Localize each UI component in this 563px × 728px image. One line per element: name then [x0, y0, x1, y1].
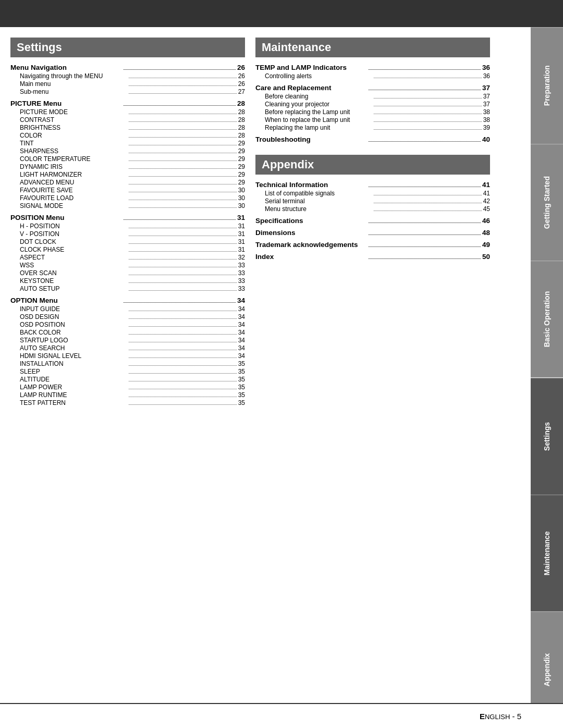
- toc-entry: Replacing the lamp unit39: [255, 124, 490, 131]
- toc-page: 26: [237, 64, 245, 71]
- dot-leader: [369, 84, 480, 90]
- dot-leader: [129, 254, 236, 260]
- toc-entry: DYNAMIC IRIS29: [10, 163, 245, 170]
- toc-title: ADVANCED MENU: [20, 179, 127, 186]
- dot-leader: [129, 108, 236, 114]
- main-content: Settings Menu Navigation26Navigating thr…: [0, 27, 500, 417]
- toc-entry: Technical Information41: [255, 181, 490, 189]
- dot-leader: [369, 241, 480, 247]
- dot-leader: [129, 246, 236, 252]
- appendix-toc: Technical Information41List of compatibl…: [255, 181, 490, 261]
- dot-leader: [129, 202, 236, 208]
- toc-page: 31: [238, 238, 245, 245]
- dot-leader: [129, 391, 236, 397]
- dot-leader: [129, 329, 236, 335]
- toc-title: COLOR: [20, 132, 127, 139]
- toc-entry: When to replace the Lamp unit38: [255, 116, 490, 124]
- toc-title: STARTUP LOGO: [20, 337, 127, 344]
- toc-page: 30: [238, 187, 245, 194]
- toc-title: OSD POSITION: [20, 321, 127, 328]
- toc-page: 29: [238, 140, 245, 147]
- dot-leader: [129, 230, 236, 236]
- toc-entry: Trademark acknowledgements49: [255, 241, 490, 249]
- toc-page: 37: [482, 84, 490, 92]
- dot-leader: [129, 277, 236, 283]
- dot-leader: [129, 352, 236, 358]
- toc-title: Serial terminal: [265, 198, 372, 205]
- toc-page: 29: [238, 155, 245, 163]
- maintenance-header: Maintenance: [255, 38, 490, 57]
- dot-leader: [369, 181, 480, 187]
- dot-leader: [129, 344, 236, 350]
- dot-leader: [129, 384, 236, 389]
- toc-page: 26: [238, 72, 245, 80]
- toc-entry: LAMP POWER35: [10, 384, 245, 391]
- toc-entry: OSD POSITION34: [10, 321, 245, 328]
- toc-title: Before replacing the Lamp unit: [265, 108, 372, 116]
- toc-title: Trademark acknowledgements: [255, 241, 367, 249]
- dot-leader: [124, 297, 235, 303]
- toc-page: 28: [238, 108, 245, 116]
- dot-leader: [369, 253, 480, 259]
- toc-entry: OPTION Menu34: [10, 297, 245, 304]
- toc-entry: CONTRAST28: [10, 116, 245, 124]
- toc-title: COLOR TEMPERATURE: [20, 155, 127, 163]
- dot-leader: [129, 399, 236, 405]
- dot-leader: [129, 238, 236, 244]
- toc-entry: ASPECT32: [10, 254, 245, 261]
- toc-title: Troubleshooting: [255, 135, 367, 143]
- toc-title: PICTURE MODE: [20, 108, 127, 116]
- toc-entry: LAMP RUNTIME35: [10, 391, 245, 399]
- toc-title: AUTO SETUP: [20, 285, 127, 292]
- toc-page: 33: [238, 285, 245, 292]
- dot-leader: [374, 101, 481, 106]
- toc-title: Navigating through the MENU: [20, 72, 127, 80]
- toc-title: INSTALLATION: [20, 360, 127, 367]
- toc-title: Replacing the lamp unit: [265, 124, 372, 131]
- toc-title: Care and Replacement: [255, 84, 367, 92]
- toc-title: OVER SCAN: [20, 269, 127, 277]
- dot-leader: [374, 116, 481, 122]
- toc-page: 39: [483, 124, 490, 131]
- dot-leader: [369, 229, 480, 235]
- dot-leader: [129, 116, 236, 122]
- toc-entry: TEMP and LAMP Indicators36: [255, 64, 490, 71]
- toc-page: 31: [238, 223, 245, 230]
- toc-page: 30: [238, 202, 245, 209]
- dot-leader: [129, 163, 236, 169]
- sidebar-tab-getting-started[interactable]: Getting Started: [531, 144, 563, 261]
- sidebar-tab-preparation[interactable]: Preparation: [531, 27, 563, 144]
- dot-leader: [129, 155, 236, 161]
- toc-title: SHARPNESS: [20, 147, 127, 155]
- toc-title: OPTION Menu: [10, 297, 122, 304]
- dot-leader: [129, 124, 236, 130]
- dot-leader: [374, 198, 481, 203]
- dot-leader: [129, 305, 236, 311]
- toc-entry: DOT CLOCK31: [10, 238, 245, 245]
- toc-entry: TINT29: [10, 140, 245, 147]
- dot-leader: [374, 124, 481, 130]
- toc-entry: CLOCK PHASE31: [10, 246, 245, 253]
- toc-page: 34: [238, 305, 245, 313]
- toc-page: 46: [482, 217, 490, 225]
- toc-page: 36: [482, 64, 490, 71]
- sidebar-tab-basic-operation[interactable]: Basic Operation: [531, 261, 563, 377]
- dot-leader: [374, 205, 481, 211]
- toc-page: 35: [238, 376, 245, 383]
- toc-entry: WSS33: [10, 262, 245, 269]
- settings-column: Settings Menu Navigation26Navigating thr…: [10, 38, 245, 407]
- toc-entry: FAVOURITE LOAD30: [10, 194, 245, 202]
- toc-page: 41: [482, 181, 490, 189]
- toc-entry: Serial terminal42: [255, 198, 490, 205]
- toc-page: 29: [238, 179, 245, 186]
- sidebar-tab-settings[interactable]: Settings: [531, 378, 563, 495]
- toc-title: List of compatible signals: [265, 190, 372, 197]
- dot-leader: [129, 194, 236, 200]
- toc-page: 30: [238, 194, 245, 202]
- dot-leader: [129, 285, 236, 291]
- sidebar-tab-maintenance[interactable]: Maintenance: [531, 495, 563, 611]
- toc-title: V - POSITION: [20, 230, 127, 238]
- toc-entry: OSD DESIGN34: [10, 313, 245, 320]
- toc-title: Index: [255, 253, 367, 261]
- dot-leader: [129, 337, 236, 342]
